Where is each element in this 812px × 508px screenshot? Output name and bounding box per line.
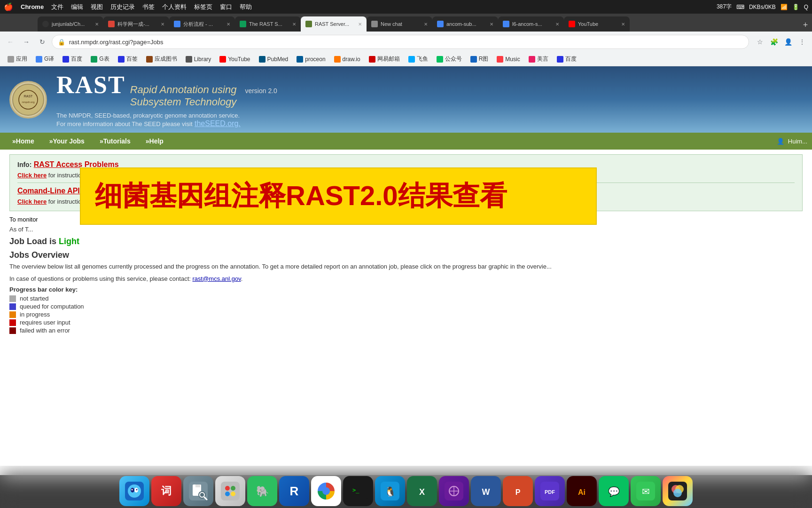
bm-icon-r [470,56,477,63]
tab-favicon-8 [503,21,509,27]
menu-view[interactable]: 视图 [91,3,103,11]
seed-link[interactable]: theSEED.org. [195,119,241,127]
menu-help[interactable]: 帮助 [240,3,252,11]
dock-r-app[interactable]: R [279,476,309,506]
dock-wechat[interactable]: 💬 [599,476,629,506]
menu-edit[interactable]: 编辑 [71,3,83,11]
bookmark-star-button[interactable]: ☆ [754,36,766,48]
tab-7[interactable]: ancom-sub... ✕ [432,16,498,32]
nav-help[interactable]: »Help [138,135,171,148]
address-bar[interactable]: 🔒 rast.nmpdr.org/rast.cgi?page=Jobs [52,35,749,49]
dock-messages[interactable]: ✉ [631,476,661,506]
tab-4[interactable]: The RAST S... ✕ [235,16,301,32]
menu-dots-button[interactable]: ⋮ [796,36,808,48]
tab-9-youtube[interactable]: YouTube ✕ [564,16,630,32]
bm-wechat-public[interactable]: 公众号 [433,54,466,64]
overview-text-1: The overview below list all genomes curr… [9,262,803,271]
dock-colorsync[interactable] [663,476,693,506]
rast-header: RAST nmpdr.org RAST Rapid Annotation usi… [0,66,812,133]
tab-3[interactable]: 分析流程 - ... ✕ [169,16,235,32]
key-blue-swatch [9,303,16,310]
extension-puzzle-button[interactable]: 🧩 [768,36,780,48]
key-user-input-label: requires user input [20,319,70,326]
bm-music[interactable]: Music [493,55,523,64]
reload-button[interactable]: ↻ [36,35,49,48]
bm-library-book[interactable]: 应成图书 [142,54,181,64]
tab-1[interactable]: junjunlab/Ch... ✕ [38,16,103,32]
dock-powerpoint[interactable]: P [503,476,533,506]
dock-excel[interactable]: X [407,476,437,506]
bm-proceon[interactable]: proceon [293,55,329,64]
tab-close-8[interactable]: ✕ [555,22,559,27]
bm-apps[interactable]: 应用 [4,54,31,64]
apple-icon[interactable]: 🍎 [4,2,13,11]
bm-library[interactable]: Library [182,55,215,64]
app-name[interactable]: Chrome [21,3,44,10]
tab-favicon-2 [108,21,115,27]
bm-pubmed[interactable]: PubMed [255,55,292,64]
tab-close-1[interactable]: ✕ [95,22,99,27]
bm-baidu[interactable]: 百度 [59,54,86,64]
tab-label-4: The RAST S... [249,21,289,27]
click-here-1-link[interactable]: Click here [17,172,47,179]
menu-bookmarks[interactable]: 书签 [142,3,155,11]
menu-tabs[interactable]: 标签页 [194,3,212,11]
bm-label-book: 应成图书 [155,55,177,63]
contact-email-link[interactable]: rast@mcs.anl.gov [192,275,241,282]
dock-ubersicht[interactable] [439,476,469,506]
dock-pdfpen[interactable]: PDF [535,476,565,506]
tab-close-5[interactable]: ✕ [358,22,362,27]
menu-history[interactable]: 历史记录 [110,3,135,11]
dock-terminal[interactable]: >_ [343,476,373,506]
tab-close-4[interactable]: ✕ [292,22,296,27]
tab-5-active[interactable]: RAST Server... ✕ [301,16,367,32]
bm-baidu2[interactable]: 百度 [553,54,580,64]
menu-profile[interactable]: 个人资料 [162,3,187,11]
dock-chrome[interactable] [311,476,341,506]
bm-label-r: R图 [479,55,489,63]
rast-subtitle-line2: Subsystem Technology [130,96,237,108]
bm-meiyan[interactable]: 美言 [525,54,552,64]
bm-drawio[interactable]: draw.io [330,55,364,64]
tab-6[interactable]: New chat ✕ [367,16,432,32]
tab-close-9[interactable]: ✕ [621,22,625,27]
dock-evernote[interactable]: 🐘 [247,476,277,506]
menu-window[interactable]: 窗口 [220,3,232,11]
tab-2[interactable]: 科学网一成-... ✕ [103,16,169,32]
bm-baishu[interactable]: 百签 [114,54,141,64]
dock-launchpad[interactable] [215,476,245,506]
click-here-2-link[interactable]: Click here [17,198,47,205]
tab-close-3[interactable]: ✕ [226,22,230,27]
nav-yourjobs[interactable]: »Your Jobs [42,135,92,148]
nav-home[interactable]: »Home [5,135,42,148]
forward-button[interactable]: → [20,35,33,48]
profile-button[interactable]: 👤 [782,36,794,48]
dock-dictionary[interactable]: 词 [151,476,181,506]
back-button[interactable]: ← [4,35,17,48]
tab-favicon-6 [371,21,378,27]
dock-preview[interactable] [183,476,213,506]
dock-illustrator[interactable]: Ai [567,476,597,506]
tab-close-6[interactable]: ✕ [424,22,428,27]
bm-youtube[interactable]: YouTube [216,55,254,64]
bm-icon-mei [529,56,535,63]
tab-8[interactable]: l6-ancom-s... ✕ [498,16,564,32]
menu-file[interactable]: 文件 [51,3,63,11]
rast-version: version 2.0 [245,87,277,95]
dock-word[interactable]: W [471,476,501,506]
bm-gtranslate[interactable]: G译 [32,54,58,64]
new-tab-button[interactable]: + [799,18,812,32]
dock-finder[interactable] [119,476,149,506]
bm-r-plot[interactable]: R图 [467,54,492,64]
svg-text:Ai: Ai [578,488,586,496]
tab-close-2[interactable]: ✕ [161,22,164,27]
svg-text:🐧: 🐧 [384,486,396,497]
svg-point-8 [132,489,133,491]
bm-netease[interactable]: 网易邮箱 [365,54,404,64]
bm-feiyu[interactable]: 飞鱼 [405,54,432,64]
nav-tutorials[interactable]: »Tutorials [92,135,138,148]
bm-gsheets[interactable]: G表 [87,54,113,64]
tab-close-7[interactable]: ✕ [490,22,493,27]
dock-qq[interactable]: 🐧 [375,476,405,506]
bm-icon-feiyu [408,56,415,63]
